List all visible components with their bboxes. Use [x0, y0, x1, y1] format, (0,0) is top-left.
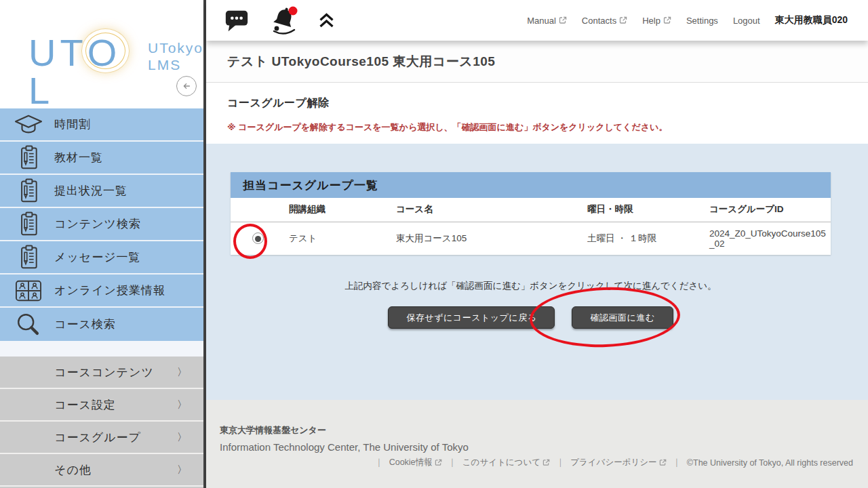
- topbar-icons: [224, 5, 336, 35]
- sidebar-item-label: 提出状況一覧: [54, 183, 127, 199]
- sidebar-item-label: コースグループ: [54, 430, 141, 445]
- sidebar-header: UTOL UTokyo LMS: [0, 0, 203, 108]
- sidebar-item-label: メッセージ一覧: [54, 249, 141, 265]
- instruction-note: ※ コースグループを解除するコースを一覧から選択し、「確認画面に進む」ボタンをク…: [227, 121, 847, 134]
- link-label: このサイトについて: [462, 457, 540, 468]
- sidebar-gap: [0, 341, 203, 357]
- topbar: Manual Contacts Help Settings Logout 東: [206, 0, 868, 41]
- sidebar-item-others[interactable]: その他 〉: [0, 454, 203, 487]
- external-link-icon: [542, 459, 550, 466]
- separator: ｜: [556, 457, 564, 468]
- button-row: 保存せずにコーストップに戻る 確認画面に進む: [231, 306, 831, 329]
- help-link[interactable]: Help: [642, 16, 671, 26]
- sidebar-item-timetable[interactable]: 時間割: [0, 108, 203, 142]
- link-label: Help: [642, 16, 660, 26]
- external-link-icon: [619, 16, 627, 24]
- logout-link[interactable]: Logout: [733, 16, 760, 26]
- username-label: 東大用教職員020: [775, 14, 848, 26]
- sidebar-item-content-search[interactable]: コンテンツ検索: [0, 208, 203, 241]
- external-link-icon: [559, 16, 567, 24]
- column-header-org: 開講組織: [285, 198, 392, 222]
- proceed-to-confirm-button[interactable]: 確認画面に進む: [572, 306, 673, 329]
- section-title: コースグループ解除: [227, 96, 847, 110]
- table-title: 担当コースグループ一覧: [243, 178, 378, 193]
- arrow-left-icon: [179, 79, 194, 94]
- cell-schedule: 土曜日 ・ １時限: [583, 222, 705, 255]
- graduation-cap-icon: [14, 112, 43, 138]
- chevron-right-icon: 〉: [177, 399, 187, 411]
- content-area: 担当コースグループ一覧 開講組織 コース名 曜日・時限 コースグループID: [206, 144, 868, 400]
- double-chevron-up-icon: [317, 12, 336, 30]
- utol-logo-subtitle: UTokyo LMS: [148, 39, 203, 73]
- settings-link[interactable]: Settings: [686, 16, 718, 26]
- radio-column-header: [231, 198, 285, 222]
- section-header: コースグループ解除 ※ コースグループを解除するコースを一覧から選択し、「確認画…: [206, 83, 868, 144]
- clipboard-icon: [14, 243, 43, 272]
- sidebar-item-label: コース設定: [54, 397, 116, 413]
- cell-org: テスト: [285, 222, 392, 255]
- sidebar-item-course-contents[interactable]: コースコンテンツ 〉: [0, 357, 203, 389]
- utol-logo-text: UTOL: [28, 34, 138, 110]
- notification-dot: [289, 7, 298, 16]
- app-window: UTOL UTokyo LMS 時間割: [0, 0, 868, 488]
- page-title: テスト UTokyoCourse105 東大用コース105: [227, 53, 495, 70]
- cell-group-id: 2024_Z0_UTokyoCourse105_02: [705, 222, 831, 255]
- course-select-radio[interactable]: [252, 232, 264, 244]
- privacy-policy-link[interactable]: プライバシーポリシー: [570, 457, 666, 468]
- cookie-info-link[interactable]: Cookie情報: [389, 457, 442, 468]
- sidebar-item-label: その他: [54, 462, 92, 478]
- search-icon: [14, 310, 43, 339]
- confirm-note: 上記内容でよろしければ「確認画面に進む」ボタンをクリックして次に進んでください。: [231, 280, 831, 292]
- copyright-text: ©The University of Tokyo, All rights res…: [687, 458, 853, 468]
- clipboard-icon: [14, 210, 43, 239]
- link-label: Manual: [527, 16, 556, 26]
- footer-org-english: Information Technology Center, The Unive…: [220, 441, 853, 453]
- messages-button[interactable]: [224, 7, 250, 33]
- separator: ｜: [448, 457, 456, 468]
- separator: ｜: [374, 457, 382, 468]
- footer-org-japanese: 東京大学情報基盤センター: [220, 424, 853, 436]
- link-label: Logout: [733, 16, 760, 26]
- sidebar-item-label: オンライン授業情報: [54, 283, 165, 298]
- topbar-links: Manual Contacts Help Settings Logout 東: [527, 14, 848, 26]
- chat-bubble-icon: [224, 7, 250, 33]
- sidebar-course-menu: コースコンテンツ 〉 コース設定 〉 コースグループ 〉 その他 〉: [0, 357, 203, 488]
- sidebar-item-messages[interactable]: メッセージ一覧: [0, 241, 203, 274]
- link-label: Cookie情報: [389, 457, 433, 468]
- sidebar-item-course-search[interactable]: コース検索: [0, 308, 203, 341]
- footer-links: ｜ Cookie情報 ｜ このサイトについて ｜ プライバシーポリシー ｜ ©T…: [220, 457, 853, 468]
- logo-l: L: [28, 69, 54, 112]
- sidebar-item-course-settings[interactable]: コース設定 〉: [0, 389, 203, 422]
- sidebar-item-label: コース検索: [54, 317, 116, 332]
- footer: 東京大学情報基盤センター Information Technology Cent…: [206, 400, 868, 488]
- link-label: Settings: [686, 16, 718, 26]
- contacts-link[interactable]: Contacts: [582, 16, 627, 26]
- sidebar-item-submission-status[interactable]: 提出状況一覧: [0, 175, 203, 208]
- logo-o: O: [87, 31, 121, 74]
- column-header-group-id: コースグループID: [705, 198, 831, 222]
- sidebar-collapse-button[interactable]: [176, 76, 197, 96]
- about-site-link[interactable]: このサイトについて: [462, 457, 550, 468]
- collapse-topbar-button[interactable]: [317, 12, 336, 30]
- table-header-row: 開講組織 コース名 曜日・時限 コースグループID: [231, 198, 831, 222]
- sidebar-item-online-class-info[interactable]: オンライン授業情報: [0, 274, 203, 308]
- link-label: プライバシーポリシー: [570, 457, 656, 468]
- sidebar-item-label: コースコンテンツ: [54, 365, 154, 380]
- course-titlebar: テスト UTokyoCourse105 東大用コース105: [206, 41, 868, 83]
- notifications-button[interactable]: [269, 5, 298, 35]
- sidebar-item-materials[interactable]: 教材一覧: [0, 142, 203, 175]
- manual-link[interactable]: Manual: [527, 16, 567, 26]
- sidebar-item-course-group[interactable]: コースグループ 〉: [0, 422, 203, 454]
- chevron-right-icon: 〉: [177, 431, 187, 444]
- table-row: テスト 東大用コース105 土曜日 ・ １時限 2024_Z0_UTokyoCo…: [231, 222, 831, 255]
- sidebar-main-menu: 時間割 教材一覧: [0, 108, 203, 341]
- logo-sub-line1: UTokyo: [148, 39, 203, 56]
- logo-sub-line2: LMS: [148, 56, 203, 73]
- sidebar-item-label: 時間割: [54, 117, 91, 132]
- logo-ut: UT: [28, 31, 87, 74]
- online-class-icon: [14, 278, 43, 304]
- column-header-course-name: コース名: [392, 198, 583, 222]
- back-to-course-top-button[interactable]: 保存せずにコーストップに戻る: [388, 306, 555, 329]
- course-group-table: 担当コースグループ一覧 開講組織 コース名 曜日・時限 コースグループID: [231, 172, 831, 255]
- sidebar: UTOL UTokyo LMS 時間割: [0, 0, 203, 488]
